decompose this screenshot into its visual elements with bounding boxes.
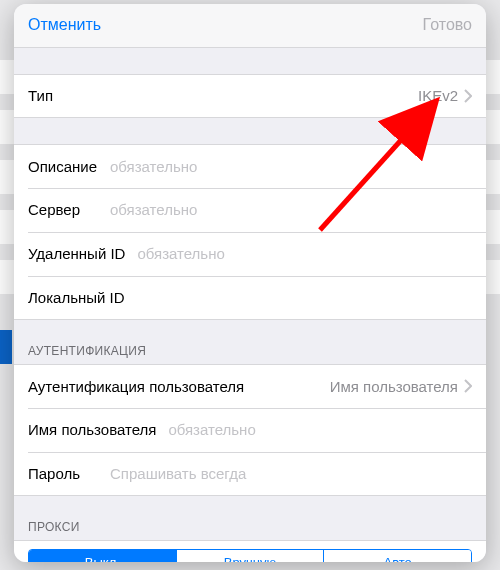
navbar: Отменить Готово [14,4,486,48]
server-placeholder: обязательно [98,201,472,218]
proxy-segmented-control-wrap: Выкл. Вручную Авто [14,540,486,562]
remote-id-label: Удаленный ID [28,245,125,262]
proxy-seg-auto[interactable]: Авто [323,550,471,562]
username-label: Имя пользователя [28,421,156,438]
cancel-button[interactable]: Отменить [28,16,101,34]
remote-id-placeholder: обязательно [125,245,472,262]
proxy-section-header: ПРОКСИ [14,496,486,540]
description-label: Описание [28,158,98,175]
user-auth-row[interactable]: Аутентификация пользователя Имя пользова… [14,364,486,408]
type-value: IKEv2 [98,87,464,104]
auth-section-header: АУТЕНТИФИКАЦИЯ [14,320,486,364]
password-label: Пароль [28,465,98,482]
chevron-right-icon [464,89,472,103]
remote-id-row[interactable]: Удаленный ID обязательно [14,232,486,276]
type-label: Тип [28,87,98,104]
local-id-row[interactable]: Локальный ID [14,276,486,320]
username-placeholder: обязательно [156,421,472,438]
description-row[interactable]: Описание обязательно [14,144,486,188]
chevron-right-icon [464,379,472,393]
proxy-seg-manual[interactable]: Вручную [176,550,324,562]
type-row[interactable]: Тип IKEv2 [14,74,486,118]
server-row[interactable]: Сервер обязательно [14,188,486,232]
proxy-segmented-control: Выкл. Вручную Авто [28,549,472,562]
username-row[interactable]: Имя пользователя обязательно [14,408,486,452]
proxy-seg-off[interactable]: Выкл. [29,550,176,562]
password-placeholder: Спрашивать всегда [98,465,472,482]
user-auth-value: Имя пользователя [244,378,464,395]
description-placeholder: обязательно [98,158,472,175]
local-id-label: Локальный ID [28,289,125,306]
password-row[interactable]: Пароль Спрашивать всегда [14,452,486,496]
server-label: Сервер [28,201,98,218]
user-auth-label: Аутентификация пользователя [28,378,244,395]
done-button[interactable]: Готово [423,16,472,34]
vpn-config-sheet: Отменить Готово Тип IKEv2 Описание обяза… [14,4,486,562]
